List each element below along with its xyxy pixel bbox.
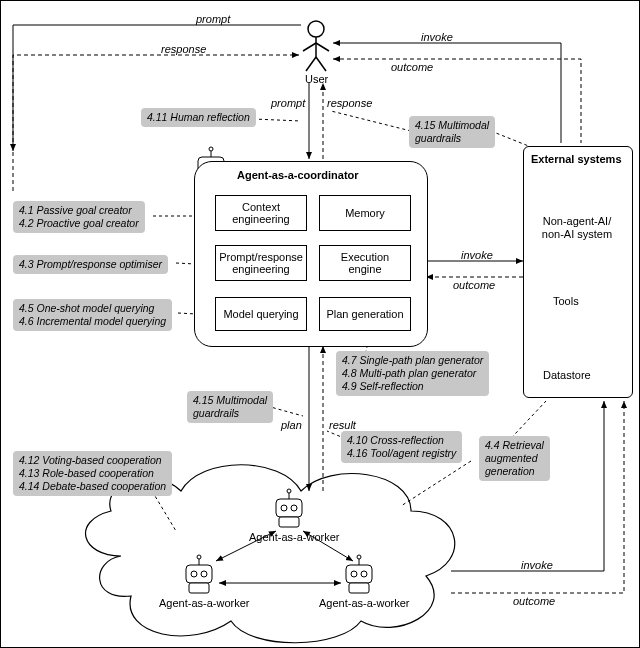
edge-invoke-top: invoke (421, 31, 453, 44)
robot-icon (276, 489, 302, 527)
svg-line-12 (253, 119, 301, 121)
box-memory: Memory (319, 195, 411, 231)
edge-response-top: response (161, 43, 206, 56)
tag-passive-goal: 4.1 Passive goal creator (19, 204, 132, 216)
svg-rect-34 (279, 517, 299, 527)
svg-line-3 (316, 43, 329, 51)
edge-outcome-bottom: outcome (513, 595, 555, 608)
svg-rect-35 (186, 565, 212, 583)
tag-role: 4.13 Role-based cooperation (19, 467, 154, 479)
svg-rect-41 (346, 565, 372, 583)
box-execution-engine: Execution engine (319, 245, 411, 281)
external-systems-container (523, 146, 633, 398)
svg-point-42 (351, 571, 357, 577)
svg-point-36 (191, 571, 197, 577)
tag-voting: 4.12 Voting-based cooperation (19, 454, 162, 466)
tag-cooperation: 4.12 Voting-based cooperation 4.13 Role-… (13, 451, 172, 496)
svg-point-43 (361, 571, 367, 577)
tag-cross-registry: 4.10 Cross-reflection 4.16 Tool/agent re… (341, 431, 462, 463)
svg-point-28 (209, 147, 213, 151)
tag-single-path: 4.7 Single-path plan generator (342, 354, 483, 366)
edge-plan: plan (281, 419, 302, 432)
tag-model-querying: 4.5 One-shot model querying 4.6 Incremen… (13, 299, 172, 331)
tag-plan-generators: 4.7 Single-path plan generator 4.8 Multi… (336, 351, 489, 396)
tag-incremental: 4.6 Incremental model querying (19, 315, 166, 327)
box-model-querying: Model querying (215, 297, 307, 331)
tag-human-reflection: 4.11 Human reflection (141, 108, 256, 127)
edge-response-mid: response (327, 97, 372, 110)
worker-label-1: Agent-as-a-worker (249, 531, 339, 544)
svg-line-2 (303, 43, 316, 51)
svg-point-39 (197, 555, 201, 559)
robot-icon (186, 555, 212, 593)
worker-label-2: Agent-as-a-worker (159, 597, 249, 610)
svg-line-5 (316, 57, 326, 71)
svg-point-33 (287, 489, 291, 493)
edge-invoke-ee: invoke (461, 249, 493, 262)
coordinator-title: Agent-as-a-coordinator (237, 169, 359, 182)
tag-self-reflection: 4.9 Self-reflection (342, 380, 424, 392)
tag-cross-reflection: 4.10 Cross-reflection (347, 434, 444, 446)
tag-one-shot: 4.5 One-shot model querying (19, 302, 154, 314)
svg-line-13 (331, 111, 411, 131)
tag-debate: 4.14 Debate-based cooperation (19, 480, 166, 492)
user-icon (303, 21, 329, 71)
edge-outcome-top: outcome (391, 61, 433, 74)
user-label: User (305, 73, 328, 86)
external-datastore-label: Datastore (543, 369, 591, 382)
tag-mm-guardrails-mid: 4.15 Multimodal guardrails (187, 391, 273, 423)
edge-invoke-bottom: invoke (521, 559, 553, 572)
svg-point-30 (281, 505, 287, 511)
external-tools-label: Tools (553, 295, 579, 308)
svg-point-0 (308, 21, 324, 37)
external-title: External systems (531, 153, 622, 166)
tag-rag: 4.4 Retrieval augmented generation (479, 436, 550, 481)
svg-rect-46 (349, 583, 369, 593)
box-prompt-response-eng: Prompt/response engineering (215, 245, 307, 281)
svg-rect-40 (189, 583, 209, 593)
robot-icon (346, 555, 372, 593)
tag-optimiser: 4.3 Prompt/response optimiser (13, 255, 168, 274)
svg-rect-29 (276, 499, 302, 517)
edge-prompt-top: prompt (196, 13, 230, 26)
edge-outcome-ee: outcome (453, 279, 495, 292)
svg-line-22 (401, 461, 471, 506)
tag-tool-registry: 4.16 Tool/agent registry (347, 447, 456, 459)
external-nonagent-label: Non-agent-AI/ non-AI system (529, 215, 625, 241)
svg-point-45 (357, 555, 361, 559)
worker-label-3: Agent-as-a-worker (319, 597, 409, 610)
tag-proactive-goal: 4.2 Proactive goal creator (19, 217, 139, 229)
svg-line-4 (306, 57, 316, 71)
box-plan-generation: Plan generation (319, 297, 411, 331)
edge-prompt-mid: prompt (271, 97, 305, 110)
tag-goal-creators: 4.1 Passive goal creator 4.2 Proactive g… (13, 201, 145, 233)
tag-mm-guardrails-top: 4.15 Multimodal guardrails (409, 116, 495, 148)
box-context-engineering: Context engineering (215, 195, 307, 231)
svg-point-37 (201, 571, 207, 577)
diagram-canvas: User prompt response invoke outcome prom… (0, 0, 640, 648)
svg-point-31 (291, 505, 297, 511)
tag-multi-path: 4.8 Multi-path plan generator (342, 367, 476, 379)
